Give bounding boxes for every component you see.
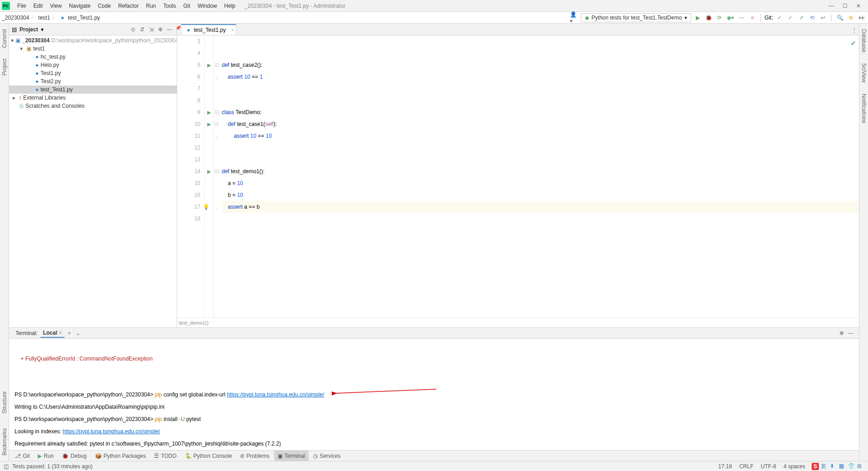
status-encoding[interactable]: UTF-8 <box>757 463 780 470</box>
project-label[interactable]: Project <box>20 26 38 33</box>
git-history-icon[interactable]: ⟲ <box>808 13 817 22</box>
bookmarks-tool-tab[interactable]: Bookmarks <box>1 426 8 457</box>
tree-file[interactable]: ●hc_test.py <box>9 53 177 61</box>
tool-terminal[interactable]: ▣Terminal <box>274 451 309 461</box>
terminal-settings-icon[interactable]: ✻ <box>837 329 846 338</box>
breadcrumb-folder[interactable]: test1 <box>38 15 50 21</box>
git-commit-icon[interactable]: ✓ <box>786 13 795 22</box>
ime-lang-icon[interactable]: 英 <box>821 463 828 470</box>
code-content[interactable]: ✔ def test_case2(): assert 10 == 1 class… <box>220 35 859 317</box>
structure-tool-tab[interactable]: Structure <box>1 390 8 416</box>
menu-file[interactable]: File <box>14 0 30 12</box>
commit-tool-tab[interactable]: Commit <box>1 27 8 50</box>
user-icon[interactable]: 👤▾ <box>570 13 579 22</box>
menu-refactor[interactable]: Refactor <box>115 0 142 12</box>
link-pypi-mirror[interactable]: https://pypi.tuna.tsinghua.edu.cn/simple… <box>227 391 324 398</box>
menu-help[interactable]: Help <box>220 0 239 12</box>
status-indent[interactable]: 4 spaces <box>780 463 809 470</box>
profile-button[interactable]: ◉▾ <box>726 13 735 22</box>
tree-folder-test1[interactable]: ▾▣ test1 <box>9 45 177 53</box>
close-button[interactable]: ✕ <box>852 0 865 12</box>
tree-file-selected[interactable]: ●test_Test1.py <box>9 85 177 94</box>
run-line-icon[interactable]: ▶ <box>205 165 213 177</box>
status-time[interactable]: 17:18 <box>715 463 736 470</box>
debug-button[interactable]: 🐞 <box>704 13 713 22</box>
run-line-icon[interactable]: ▶ <box>205 59 213 71</box>
add-terminal-icon[interactable]: + <box>65 329 74 338</box>
breadcrumb-project[interactable]: _20230304 <box>2 15 29 21</box>
status-line-ending[interactable]: CRLF <box>736 463 757 470</box>
menu-window[interactable]: Window <box>194 0 221 12</box>
inspection-ok-icon[interactable]: ✔ <box>851 37 856 49</box>
search-everywhere-icon[interactable]: 🔍 <box>835 13 844 22</box>
collapse-icon[interactable]: ⇲ <box>147 25 156 34</box>
editor-breadcrumb[interactable]: test_demo1() <box>177 317 859 327</box>
locate-icon[interactable]: ⊙ <box>129 25 138 34</box>
menu-run[interactable]: Run <box>142 0 160 12</box>
tree-file[interactable]: ●Test2.py <box>9 77 177 85</box>
settings-icon[interactable]: ✻ <box>156 25 165 34</box>
tool-git[interactable]: ⎇Git <box>11 451 33 461</box>
tool-python-console[interactable]: 🐍Python Console <box>181 451 236 461</box>
menu-edit[interactable]: Edit <box>30 0 46 12</box>
run-gutter[interactable]: ▶ ▶▶ ▶ <box>205 35 214 317</box>
code-editor[interactable]: 3456789101112131415161718 ▶ ▶▶ ▶ ⊟⌞ ⊟⊟⌞ … <box>177 35 859 317</box>
intention-bulb-icon[interactable]: 💡 <box>203 201 210 213</box>
menu-code[interactable]: Code <box>94 0 115 12</box>
tree-file[interactable]: ●Helo.py <box>9 61 177 69</box>
link-pypi-index[interactable]: https://pypi.tuna.tsinghua.edu.cn/simple… <box>63 428 160 435</box>
sciview-tool-tab[interactable]: SciView <box>861 61 867 84</box>
attach-button[interactable]: ⋯ <box>737 13 746 22</box>
tree-file[interactable]: ●Test1.py <box>9 69 177 77</box>
project-tree[interactable]: ▾▣ _20230304D:\workspace\workspace_pytho… <box>9 35 177 327</box>
tray-icon[interactable]: 👕 <box>848 463 855 470</box>
run-configuration[interactable]: ◆ Python tests for test_Test1.TestDemo ▾ <box>581 13 692 22</box>
git-rollback-icon[interactable]: ↩ <box>818 13 828 22</box>
database-tool-tab[interactable]: Database <box>861 27 867 54</box>
breadcrumb-file[interactable]: test_Test1.py <box>68 15 100 21</box>
tray-icon[interactable]: ▦ <box>839 463 846 470</box>
run-line-icon[interactable]: ▶ <box>205 118 213 130</box>
editor-more-icon[interactable]: ⋮ <box>850 26 859 35</box>
menu-view[interactable]: View <box>46 0 65 12</box>
run-line-icon[interactable]: ▶ <box>205 106 213 118</box>
expand-icon[interactable]: ⇵ <box>138 25 147 34</box>
terminal-tab-local[interactable]: Local × <box>40 329 65 338</box>
menu-navigate[interactable]: Navigate <box>65 0 94 12</box>
git-push-icon[interactable]: ↗ <box>797 13 806 22</box>
hide-icon[interactable]: — <box>165 25 174 34</box>
fold-gutter[interactable]: ⊟⌞ ⊟⊟⌞ ⊟ ⌞ <box>214 35 220 317</box>
tray-icon[interactable]: ⊞ <box>857 463 864 470</box>
tree-external-libraries[interactable]: ▸⫴ External Libraries <box>9 94 177 102</box>
ime-icon[interactable]: S <box>812 463 819 470</box>
tree-project-root[interactable]: ▾▣ _20230304D:\workspace\workspace_pytho… <box>9 36 177 45</box>
tool-windows-icon[interactable]: ◫ <box>4 463 9 470</box>
pin-icon[interactable]: 📌 <box>175 25 181 30</box>
tool-run[interactable]: ▶Run <box>34 451 57 461</box>
terminal-output[interactable]: + FullyQualifiedErrorId : CommandNotFoun… <box>9 339 859 450</box>
menu-git[interactable]: Git <box>180 0 194 12</box>
terminal-hide-icon[interactable]: — <box>846 329 855 338</box>
terminal-dropdown-icon[interactable]: ⌄ <box>74 329 83 338</box>
run-button[interactable]: ▶ <box>693 13 702 22</box>
project-tool-tab[interactable]: Project <box>1 57 8 77</box>
close-tab-icon[interactable]: × <box>231 27 234 33</box>
editor-tab-active[interactable]: ● test_Test1.py × <box>181 24 236 35</box>
tool-todo[interactable]: ☰TODO <box>150 451 180 461</box>
notifications-tool-tab[interactable]: Notifications <box>861 92 867 125</box>
chevron-down-icon[interactable]: ▾ <box>41 26 44 33</box>
menu-tools[interactable]: Tools <box>160 0 180 12</box>
tool-python-packages[interactable]: 📦Python Packages <box>91 451 150 461</box>
stop-button[interactable]: ■ <box>748 13 757 22</box>
tool-services[interactable]: ◷Services <box>309 451 344 461</box>
coverage-button[interactable]: ⟳ <box>715 13 724 22</box>
ide-settings-icon[interactable]: ⚙ <box>846 13 855 22</box>
emoji-icon[interactable]: 👀 <box>857 13 866 22</box>
tool-problems[interactable]: ⊘Problems <box>236 451 273 461</box>
tree-scratches[interactable]: ◎ Scratches and Consoles <box>9 102 177 110</box>
git-update-icon[interactable]: ✓ <box>775 13 784 22</box>
tool-debug[interactable]: 🐞Debug <box>58 451 90 461</box>
maximize-button[interactable]: ☐ <box>838 0 852 12</box>
tray-icon[interactable]: ⬇ <box>830 463 837 470</box>
minimize-button[interactable]: — <box>824 0 838 12</box>
